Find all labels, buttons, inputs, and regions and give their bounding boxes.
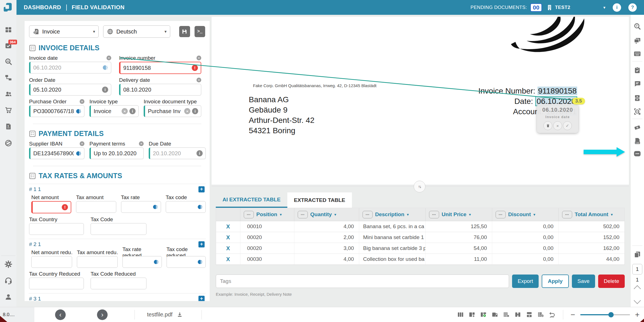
tax-amount-input[interactable] [76,201,116,213]
table-columns-icon[interactable] [457,311,464,318]
info-icon[interactable]: i [196,150,203,156]
tasks-icon[interactable]: 364 [4,42,12,49]
tooltip-reject-button[interactable]: × [553,121,562,130]
info-button[interactable]: i [613,3,621,12]
column-grip-icon[interactable]: ••• [496,211,506,218]
net-amount-input[interactable]: ! [31,201,71,213]
add-column-icon[interactable] [468,311,475,318]
help-button[interactable]: ? [628,3,637,12]
screens-icon[interactable] [633,37,641,44]
more-options-button[interactable] [633,150,641,158]
tenant-selector[interactable]: TEST2 [546,4,570,11]
tenant-caret-icon[interactable]: ▾ [603,5,605,10]
column-grip-icon[interactable]: ••• [562,211,572,218]
clear-field-icon[interactable]: × [80,99,84,104]
due-date-input[interactable]: 20.10.2020 i [149,147,206,159]
apply-button[interactable]: Apply [542,275,569,288]
comments-icon[interactable] [633,80,641,87]
supplier-iban-input[interactable]: DE123456789000 [29,147,84,159]
doc-invoice-number-highlight[interactable]: 911890158 [538,87,577,95]
show-column-icon[interactable] [480,311,487,318]
column-quantity[interactable]: •••Quantity▾ [294,208,359,221]
document-type-select[interactable]: # Invoice ▾ [29,25,99,38]
invoice-document-type-select[interactable]: Purchase Inv × i [144,105,201,117]
tooltip-confirm-button[interactable]: ✓ [563,121,572,130]
page-down-button[interactable] [634,297,641,304]
user-profile-icon[interactable] [4,293,12,301]
column-caret-icon[interactable]: ▾ [334,212,336,217]
column-grip-icon[interactable]: ••• [429,211,439,218]
download-file-button[interactable] [176,311,183,318]
zoom-slider[interactable] [580,314,630,315]
clear-select-icon[interactable]: × [184,108,190,114]
tooltip-delete-button[interactable] [543,121,552,130]
log-document-icon[interactable]: LOG [634,137,641,145]
invoice-date-input[interactable]: 06.10.2020 [29,62,111,73]
column-caret-icon[interactable]: ▾ [280,212,282,217]
invoice-number-input[interactable]: 911890158 ! [119,62,201,74]
dashboard-grid-icon[interactable] [4,26,12,34]
delete-row-button[interactable]: X [226,223,230,230]
info-icon[interactable]: i [192,108,198,114]
error-icon[interactable]: ! [62,204,68,210]
delivery-date-input[interactable]: 08.10.2020 [119,84,201,96]
tax-country-reduced-input[interactable] [29,278,84,289]
column-caret-icon[interactable]: ▾ [407,212,409,217]
tab-ai-extracted-table[interactable]: AI EXTRACTED TABLE [216,192,287,208]
tax-amount-reduced-input[interactable] [77,256,118,268]
save-button[interactable]: Save [572,275,595,288]
delete-table-icon[interactable] [503,311,510,318]
undo-table-icon[interactable] [549,311,556,318]
search-analytics-icon[interactable] [4,58,12,66]
resize-handle[interactable]: ↑↓ [414,181,425,192]
export-button[interactable]: Export [512,275,539,288]
tax-code-input[interactable] [166,201,206,213]
tab-extracted-table[interactable]: EXTRACTED TABLE [287,192,352,208]
column-caret-icon[interactable]: ▾ [611,212,613,217]
column-grip-icon[interactable]: ••• [244,211,254,218]
net-amount-reduced-input[interactable] [31,256,72,268]
search-document-icon[interactable] [633,23,641,30]
app-logo[interactable] [0,0,16,15]
tax-rate-input[interactable] [121,201,161,213]
payment-terms-input[interactable]: Up to 20.10.2020 [89,147,144,159]
support-headset-icon[interactable] [4,276,12,285]
nav-field-validation[interactable]: FIELD VALIDATION [72,4,125,11]
delete-row-button[interactable]: X [226,245,230,252]
ocr-icon[interactable]: OCR [633,108,641,116]
purchase-order-input[interactable]: PO30007667/184 [29,105,84,117]
keyboard-icon[interactable] [633,51,641,57]
nav-dashboard[interactable]: DASHBOARD [24,4,61,11]
delete-row-button[interactable]: X [226,256,230,263]
previous-document-button[interactable]: ‹ [55,309,66,320]
page-number-input[interactable]: 1 [632,264,642,275]
ticket-settings-icon[interactable] [633,124,641,131]
column-caret-icon[interactable]: ▾ [469,212,471,217]
workflow-icon[interactable] [4,74,12,81]
pages-copy-icon[interactable] [633,251,641,258]
delete-row-button[interactable]: X [226,234,230,241]
order-date-input[interactable]: 05.10.2020 i [29,84,111,96]
lock-table-icon[interactable] [491,311,498,318]
info-icon[interactable]: i [102,87,108,93]
terminal-button[interactable]: >_ [195,26,205,37]
zoom-in-button[interactable]: + [635,310,640,319]
insert-column-icon[interactable] [514,311,521,318]
column-grip-icon[interactable]: ••• [363,211,373,218]
tax-rate-reduced-input[interactable] [122,256,162,268]
column-description[interactable]: •••Description▾ [359,208,425,221]
clear-select-icon[interactable]: × [122,108,128,114]
validate-table-icon[interactable] [537,311,544,318]
invoice-document-icon[interactable]: $ [5,123,12,130]
next-document-button[interactable]: › [97,309,108,320]
add-tax-row-button[interactable]: + [198,296,205,301]
clear-field-icon[interactable]: × [139,141,144,146]
clear-field-icon[interactable]: × [80,141,84,146]
tax-code-reduced2-input[interactable] [91,278,146,289]
collapse-document-icon[interactable] [634,94,641,102]
add-tax-row-button[interactable]: + [198,186,205,192]
tax-code2-input[interactable] [91,223,146,235]
clear-field-icon[interactable]: × [196,56,201,60]
zoom-slider-thumb[interactable] [609,312,614,317]
column-grip-icon[interactable]: ••• [298,211,308,218]
